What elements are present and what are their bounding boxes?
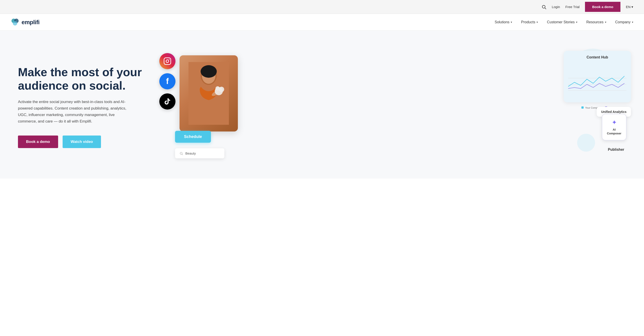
solutions-chevron-icon: ▾ bbox=[511, 21, 512, 24]
content-hub-card: Content Hub Your Company bbox=[564, 51, 631, 102]
nav-company[interactable]: Company ▾ bbox=[615, 20, 633, 24]
topbar: Login Free Trial Book a demo EN ▾ bbox=[0, 0, 644, 14]
nav-solutions[interactable]: Solutions ▾ bbox=[494, 20, 512, 24]
free-trial-link[interactable]: Free Trial bbox=[566, 5, 580, 9]
watch-video-button[interactable]: Watch video bbox=[62, 136, 101, 148]
beauty-search-text: Beauty bbox=[185, 152, 196, 155]
search-icon-bar bbox=[180, 152, 183, 155]
beauty-search-bar: Beauty bbox=[175, 148, 224, 158]
ai-composer-card: ✦ AI Composer bbox=[602, 114, 626, 141]
svg-point-6 bbox=[166, 60, 169, 62]
svg-point-16 bbox=[180, 152, 182, 154]
nav-resources[interactable]: Resources ▾ bbox=[586, 20, 606, 24]
hero-buttons: Book a demo Watch video bbox=[18, 136, 144, 148]
blob-bg2 bbox=[577, 134, 595, 152]
analytics-chart bbox=[568, 62, 626, 105]
hero-left: Make the most of your audience on social… bbox=[18, 66, 144, 148]
tiktok-icon bbox=[159, 93, 176, 110]
instagram-icon bbox=[159, 53, 176, 69]
lang-chevron-icon: ▾ bbox=[632, 5, 633, 9]
publisher-label: Publisher bbox=[608, 148, 624, 152]
logo[interactable]: emplifi bbox=[11, 18, 40, 26]
logo-text: emplifi bbox=[22, 19, 40, 26]
your-company-dot bbox=[582, 106, 584, 109]
svg-point-4 bbox=[13, 21, 17, 25]
schedule-label: Schedule bbox=[184, 134, 202, 139]
svg-point-11 bbox=[200, 65, 217, 78]
content-hub-title: Content Hub bbox=[568, 55, 626, 59]
svg-line-17 bbox=[182, 154, 183, 155]
nav-products[interactable]: Products ▾ bbox=[521, 20, 538, 24]
facebook-icon: f bbox=[159, 73, 176, 89]
ai-composer-icon: ✦ bbox=[612, 119, 617, 126]
book-demo-button-hero[interactable]: Book a demo bbox=[18, 136, 58, 148]
navbar: emplifi Solutions ▾ Products ▾ Customer … bbox=[0, 14, 644, 31]
resources-chevron-icon: ▾ bbox=[605, 21, 606, 24]
products-chevron-icon: ▾ bbox=[536, 21, 538, 24]
book-demo-button-top[interactable]: Book a demo bbox=[585, 2, 620, 12]
login-link[interactable]: Login bbox=[552, 5, 560, 9]
ai-composer-label: AI Composer bbox=[607, 128, 622, 136]
unified-analytics-label: Unified Analytics bbox=[601, 110, 626, 114]
language-selector[interactable]: EN ▾ bbox=[626, 5, 633, 9]
search-icon[interactable] bbox=[542, 4, 546, 9]
svg-point-15 bbox=[216, 86, 220, 91]
nav-items: Solutions ▾ Products ▾ Customer Stories … bbox=[494, 20, 633, 24]
svg-rect-5 bbox=[164, 58, 171, 64]
svg-line-1 bbox=[545, 8, 546, 9]
woman-photo-card bbox=[180, 55, 238, 132]
schedule-button-card: Schedule bbox=[175, 131, 211, 143]
company-chevron-icon: ▾ bbox=[632, 21, 633, 24]
svg-point-7 bbox=[169, 59, 170, 60]
hero-illustration: f bbox=[157, 49, 633, 165]
hero-title: Make the most of your audience on social… bbox=[18, 66, 144, 93]
customer-stories-chevron-icon: ▾ bbox=[576, 21, 577, 24]
hero-section: Make the most of your audience on social… bbox=[0, 31, 644, 178]
lang-label: EN bbox=[626, 5, 630, 9]
hero-subtitle: Activate the entire social journey with … bbox=[18, 99, 130, 125]
nav-customer-stories[interactable]: Customer Stories ▾ bbox=[547, 20, 577, 24]
